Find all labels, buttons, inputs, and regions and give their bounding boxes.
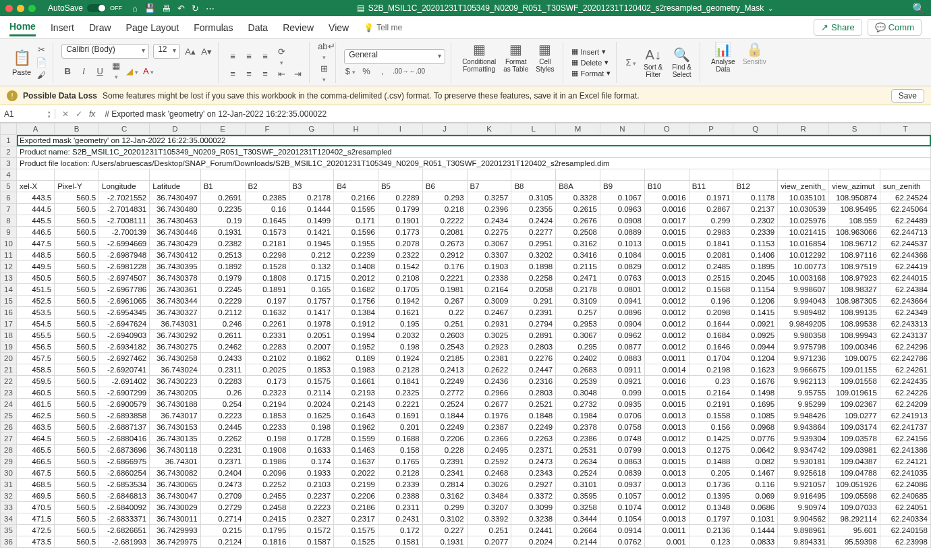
cell[interactable]: 0.0013 [644, 422, 689, 433]
cell[interactable]: 0.1808 [245, 273, 289, 284]
cell[interactable]: 0.2615 [556, 204, 600, 215]
cell[interactable]: 36.7430065 [150, 479, 200, 491]
cell[interactable]: 0.2495 [467, 445, 511, 456]
cell[interactable]: 0.2277 [511, 227, 556, 238]
cell[interactable]: 108.99538 [829, 318, 880, 330]
format-painter-icon[interactable]: 🖌 [35, 70, 47, 80]
cell[interactable]: 0.1178 [733, 192, 778, 204]
cell[interactable]: 109.03981 [829, 445, 880, 456]
name-box-arrows-icon[interactable]: ▴▾ [48, 109, 51, 119]
cell[interactable]: 62.242435 [880, 376, 930, 387]
cell[interactable]: 0.0863 [600, 456, 645, 468]
cell[interactable]: 0.176 [422, 261, 467, 273]
cell[interactable]: 0.195 [378, 318, 422, 330]
cell[interactable]: Product file location: /Users/abruescas/… [17, 158, 931, 169]
cell[interactable]: 0.1691 [378, 410, 422, 422]
cell[interactable]: 0.2185 [422, 353, 467, 364]
cell[interactable]: 36.7430188 [150, 399, 200, 410]
cell[interactable]: 0.1765 [378, 456, 422, 468]
cell[interactable]: 0.3444 [556, 513, 600, 525]
align-middle-icon[interactable]: ≡ [243, 51, 255, 61]
cell[interactable]: 0.1621 [378, 307, 422, 318]
cell[interactable]: 0.001 [644, 536, 689, 548]
cell[interactable]: 0.299 [422, 502, 467, 513]
cell[interactable]: 0.1952 [334, 341, 378, 353]
cell[interactable]: 560.5 [55, 410, 99, 422]
cell[interactable]: 0.2343 [511, 468, 556, 479]
cell[interactable]: 0.218 [422, 204, 467, 215]
tab-page-layout[interactable]: Page Layout [126, 20, 179, 36]
indent-increase-icon[interactable]: ⇥ [291, 69, 304, 79]
cell[interactable]: 0.2258 [511, 273, 556, 284]
cell[interactable]: 0.2302 [733, 215, 778, 227]
cell[interactable]: 0.2164 [689, 387, 733, 399]
cell[interactable]: 9.898961 [778, 525, 829, 536]
cell[interactable]: 0.2433 [200, 353, 245, 364]
indent-decrease-icon[interactable]: ⇤ [275, 69, 287, 79]
cell[interactable]: 0.3207 [467, 502, 511, 513]
cell[interactable]: 0.2341 [422, 468, 467, 479]
cell[interactable]: 455.5 [17, 330, 55, 341]
row-header[interactable]: 20 [1, 353, 17, 364]
cell[interactable]: 9.994043 [778, 296, 829, 307]
cell[interactable]: 62.244015 [880, 273, 930, 284]
cell[interactable]: 0.198 [245, 433, 289, 445]
cell[interactable]: 10.00773 [778, 261, 829, 273]
cell[interactable]: 0.1444 [289, 204, 334, 215]
cell[interactable]: 0.1931 [422, 536, 467, 548]
cell[interactable]: 9.921057 [778, 479, 829, 491]
cell[interactable]: 560.5 [55, 433, 99, 445]
row-header[interactable]: 36 [1, 536, 17, 548]
cell[interactable]: 36.7430118 [150, 445, 200, 456]
autosum-icon[interactable]: Σ [625, 57, 637, 67]
cell[interactable]: 446.5 [17, 227, 55, 238]
align-top-icon[interactable]: ≡ [227, 51, 239, 61]
cell[interactable]: 0.1525 [334, 536, 378, 548]
cell[interactable]: -2.6987948 [99, 250, 150, 261]
cell[interactable]: 0.1085 [733, 410, 778, 422]
cell[interactable]: 0.1728 [289, 433, 334, 445]
col-header-B[interactable]: B [55, 123, 99, 135]
align-center-icon[interactable]: ≡ [243, 69, 255, 79]
cell[interactable]: 0.2508 [556, 227, 600, 238]
cell[interactable]: 0.2078 [378, 238, 422, 250]
cell[interactable]: -2.6880416 [99, 433, 150, 445]
cell[interactable]: 0.227 [422, 525, 467, 536]
cell[interactable]: 95.601 [829, 525, 880, 536]
cell[interactable]: 0.2178 [556, 284, 600, 296]
row-header[interactable]: 26 [1, 422, 17, 433]
tab-formulas[interactable]: Formulas [194, 20, 233, 36]
cell[interactable]: 0.2366 [467, 433, 511, 445]
cell[interactable]: 62.243313 [880, 318, 930, 330]
cell[interactable]: -2.6934182 [99, 341, 150, 353]
cell[interactable]: B6 [422, 181, 467, 192]
cell[interactable]: 0.2112 [200, 307, 245, 318]
cell[interactable]: 0.2983 [689, 227, 733, 238]
cell[interactable]: 62.244713 [880, 227, 930, 238]
cell[interactable]: 0.156 [689, 422, 733, 433]
cell[interactable]: 0.2371 [200, 456, 245, 468]
cell[interactable]: 0.2513 [200, 250, 245, 261]
merge-icon[interactable]: ⊞ [318, 63, 330, 84]
sensitivity-button[interactable]: 🔒Sensitiv [740, 42, 769, 83]
cell[interactable]: 0.0016 [644, 192, 689, 204]
cell[interactable]: 0.2007 [289, 341, 334, 353]
cell[interactable]: 0.2385 [245, 192, 289, 204]
cell[interactable]: 560.5 [55, 364, 99, 376]
cell[interactable]: 0.1984 [556, 410, 600, 422]
cut-icon[interactable]: ✂ [35, 45, 47, 55]
cell[interactable]: 0.1054 [600, 513, 645, 525]
cell[interactable]: 0.2237 [289, 491, 334, 502]
cell[interactable]: 0.2283 [245, 341, 289, 353]
cell[interactable]: 108.987305 [829, 296, 880, 307]
cell[interactable]: 0.2524 [422, 399, 467, 410]
align-left-icon[interactable]: ≡ [227, 69, 239, 79]
cell[interactable] [200, 169, 245, 181]
cell[interactable]: 0.2206 [334, 491, 378, 502]
cell[interactable]: 0.1853 [289, 364, 334, 376]
cell[interactable]: 0.2473 [200, 479, 245, 491]
cell[interactable]: B3 [289, 181, 334, 192]
cell[interactable]: 0.2468 [467, 468, 511, 479]
cell[interactable]: xel-X [17, 181, 55, 192]
cell[interactable]: 0.1979 [200, 273, 245, 284]
